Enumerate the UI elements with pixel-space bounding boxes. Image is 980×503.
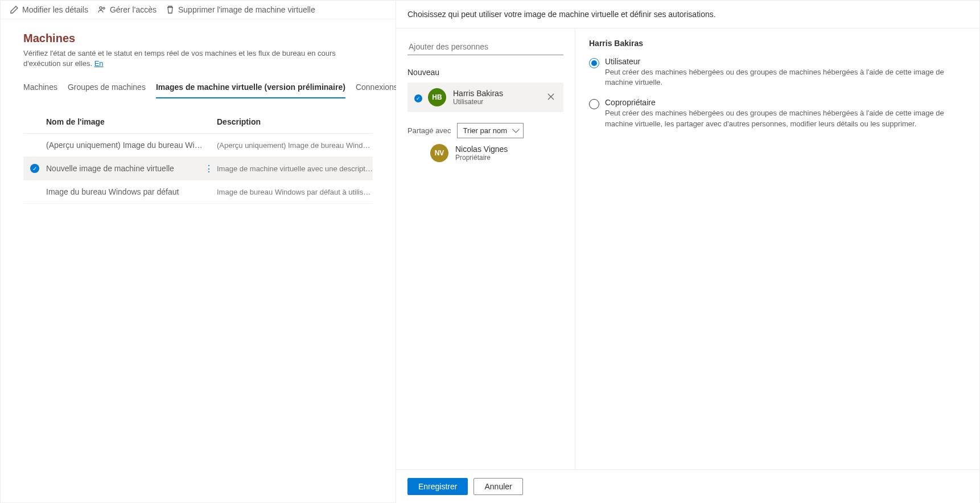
person-selected (414, 93, 428, 102)
manage-access-action[interactable]: Gérer l'accès (97, 5, 157, 14)
col-select (23, 117, 46, 126)
page-subtitle: Vérifiez l'état de santé et le statut en… (23, 48, 373, 69)
share-panel-body: Nouveau HB Harris Bakiras Utilisateur Pa… (396, 28, 979, 469)
table-header: Nom de l'image Description (23, 110, 373, 134)
role-option-user[interactable]: Utilisateur Peut créer des machines hébe… (589, 57, 966, 88)
header-section: Machines Vérifiez l'état de santé et le … (1, 19, 396, 75)
row-name-text: Nouvelle image de machine virtuelle (46, 164, 174, 173)
page-title: Machines (23, 32, 373, 45)
radio-button[interactable] (589, 58, 599, 68)
person-role: Utilisateur (453, 98, 545, 106)
tab-machines[interactable]: Machines (23, 83, 57, 98)
table-row[interactable]: Nouvelle image de machine virtuelle ⋮ Im… (23, 157, 373, 180)
person-role: Propriétaire (455, 154, 561, 162)
person-name: Harris Bakiras (453, 89, 545, 98)
share-panel: Choisissez qui peut utiliser votre image… (396, 0, 980, 503)
person-info: Nicolas Vignes Propriétaire (455, 145, 561, 162)
role-text: Utilisateur Peut créer des machines hébe… (605, 57, 966, 88)
table-section: Nom de l'image Description (Aperçu uniqu… (1, 99, 396, 204)
row-desc: Image de machine virtuelle avec une desc… (217, 164, 373, 173)
tab-groupes[interactable]: Groupes de machines (68, 83, 146, 98)
row-name: Nouvelle image de machine virtuelle ⋮ (46, 164, 217, 173)
shared-with-label: Partagé avec (407, 126, 451, 135)
avatar: HB (428, 88, 446, 106)
people-icon (97, 5, 106, 14)
row-more-icon[interactable]: ⋮ (204, 164, 213, 173)
new-person-card[interactable]: HB Harris Bakiras Utilisateur (407, 83, 563, 112)
sort-select[interactable]: Trier par nom (457, 123, 524, 138)
table-row[interactable]: (Aperçu uniquement) Image du bureau Win…… (23, 134, 373, 157)
role-option-coowner[interactable]: Copropriétaire Peut créer des machines h… (589, 98, 966, 129)
selected-person-title: Harris Bakiras (589, 39, 966, 48)
row-select[interactable] (23, 164, 46, 173)
shared-person-row[interactable]: NV Nicolas Vignes Propriétaire (407, 135, 563, 162)
delete-image-label: Supprimer l'image de machine virtuelle (178, 5, 315, 14)
subtitle-text: Vérifiez l'état de santé et le statut en… (23, 49, 336, 68)
delete-image-action[interactable]: Supprimer l'image de machine virtuelle (166, 5, 315, 14)
check-icon (414, 94, 422, 102)
row-name: (Aperçu uniquement) Image du bureau Win… (46, 141, 217, 150)
tabs: Machines Groupes de machines Images de m… (1, 75, 396, 99)
share-right-column: Harris Bakiras Utilisateur Peut créer de… (575, 28, 979, 469)
close-icon (547, 93, 554, 100)
person-info: Harris Bakiras Utilisateur (453, 89, 545, 106)
share-panel-intro: Choisissez qui peut utiliser votre image… (396, 1, 979, 28)
svg-point-1 (103, 7, 105, 9)
row-name: Image du bureau Windows par défaut (46, 187, 217, 196)
col-name-header[interactable]: Nom de l'image (46, 117, 217, 126)
avatar: NV (430, 144, 448, 162)
col-desc-header[interactable]: Description (217, 117, 373, 126)
role-label: Copropriétaire (605, 98, 966, 107)
cancel-button[interactable]: Annuler (473, 478, 522, 495)
row-desc: Image de bureau Windows par défaut à uti… (217, 188, 373, 196)
share-left-column: Nouveau HB Harris Bakiras Utilisateur Pa… (396, 28, 575, 469)
manage-access-label: Gérer l'accès (110, 5, 157, 14)
row-desc: (Aperçu uniquement) Image de bureau Wind… (217, 141, 373, 150)
share-panel-footer: Enregistrer Annuler (396, 469, 979, 503)
save-button[interactable]: Enregistrer (407, 478, 468, 495)
trash-icon (166, 5, 175, 14)
main-panel: Modifier les détails Gérer l'accès Suppr… (0, 0, 396, 503)
new-section-label: Nouveau (407, 68, 563, 77)
edit-details-label: Modifier les détails (22, 5, 88, 14)
shared-with-row: Partagé avec Trier par nom (407, 126, 563, 135)
role-desc: Peut créer des machines hébergées ou des… (605, 67, 966, 88)
learn-more-link[interactable]: En (94, 59, 104, 68)
edit-details-action[interactable]: Modifier les détails (10, 5, 88, 14)
role-label: Utilisateur (605, 57, 966, 66)
tab-images[interactable]: Images de machine virtuelle (version pré… (156, 83, 345, 98)
sort-select-wrap[interactable]: Trier par nom (457, 126, 524, 135)
pencil-icon (10, 5, 19, 14)
radio-dot (591, 60, 597, 66)
role-desc: Peut créer des machines hébergées ou des… (605, 108, 966, 129)
svg-point-0 (100, 7, 102, 9)
action-bar: Modifier les détails Gérer l'accès Suppr… (1, 1, 396, 19)
check-icon (30, 164, 39, 173)
table-row[interactable]: Image du bureau Windows par défaut Image… (23, 180, 373, 204)
role-text: Copropriétaire Peut créer des machines h… (605, 98, 966, 129)
person-name: Nicolas Vignes (455, 145, 561, 154)
add-people-input[interactable] (407, 39, 563, 55)
remove-person-icon[interactable] (545, 90, 557, 104)
radio-button[interactable] (589, 99, 599, 109)
